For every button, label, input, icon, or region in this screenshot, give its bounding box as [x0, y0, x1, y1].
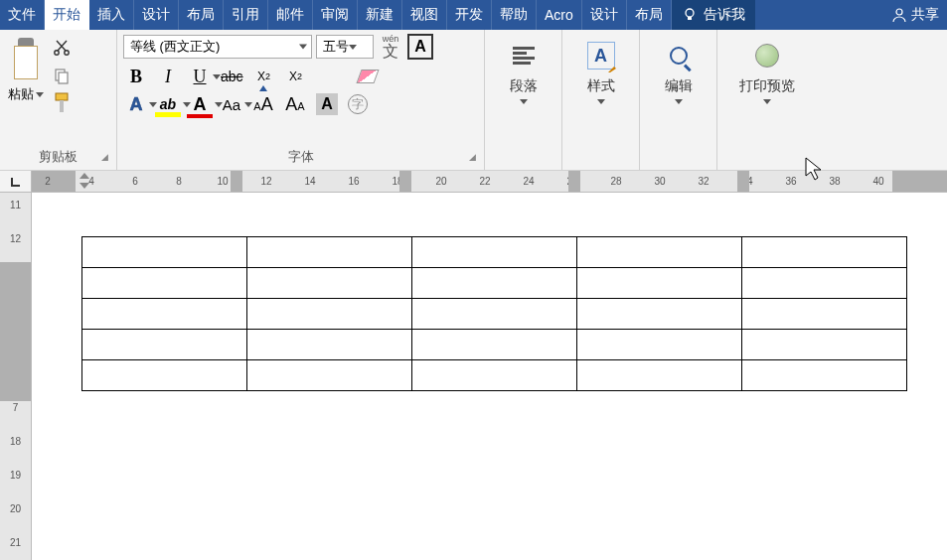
font-name-select[interactable]: 等线 (西文正文): [123, 35, 312, 59]
styles-icon: A: [585, 40, 617, 71]
document-area[interactable]: [32, 193, 947, 560]
ruler-v-tick: 12: [0, 230, 31, 246]
chevron-down-icon: [36, 92, 44, 97]
table-row[interactable]: [82, 237, 907, 268]
bold-button[interactable]: B: [125, 66, 147, 87]
table-cell[interactable]: [412, 299, 577, 330]
tab-new[interactable]: 新建: [358, 0, 402, 30]
table-cell[interactable]: [412, 360, 577, 391]
tab-table-design[interactable]: 设计: [582, 0, 627, 30]
enclose-char-button[interactable]: 字: [348, 94, 368, 114]
table-cell[interactable]: [742, 330, 907, 360]
change-case-button[interactable]: Aa: [221, 93, 242, 115]
svg-point-0: [686, 9, 694, 17]
editing-button[interactable]: 编辑: [665, 77, 693, 95]
superscript-button[interactable]: X2: [285, 66, 307, 87]
svg-point-2: [896, 9, 902, 15]
ruler-h-tick: 30: [650, 171, 670, 192]
copy-button[interactable]: [52, 66, 72, 85]
svg-rect-1: [688, 17, 692, 20]
table-cell[interactable]: [742, 268, 907, 299]
phonetic-guide-button[interactable]: wén 文: [378, 34, 403, 60]
table-row[interactable]: [82, 330, 907, 360]
paragraph-button[interactable]: 段落: [510, 77, 538, 95]
table-cell[interactable]: [412, 268, 577, 299]
tab-home[interactable]: 开始: [45, 0, 89, 30]
table-cell[interactable]: [577, 268, 742, 299]
tell-me[interactable]: 告诉我: [672, 0, 755, 30]
ruler-h-tick: 38: [825, 171, 845, 192]
tab-help[interactable]: 帮助: [492, 0, 537, 30]
cut-button[interactable]: [52, 38, 72, 58]
font-size-select[interactable]: 五号: [316, 35, 374, 59]
char-shading-button[interactable]: A: [316, 93, 338, 115]
page: [46, 193, 947, 560]
change-case-label: Aa: [223, 96, 240, 113]
tab-file[interactable]: 文件: [0, 0, 45, 30]
clipboard-group-label: 剪贴板: [39, 149, 78, 164]
subscript-button[interactable]: X2: [253, 66, 275, 87]
table-cell[interactable]: [82, 360, 247, 391]
chevron-down-icon[interactable]: [675, 99, 683, 104]
tab-mailings[interactable]: 邮件: [268, 0, 313, 30]
format-painter-button[interactable]: [52, 93, 72, 113]
tab-review[interactable]: 审阅: [313, 0, 358, 30]
tab-developer[interactable]: 开发: [447, 0, 492, 30]
highlight-button[interactable]: ab: [157, 93, 179, 115]
clear-formatting-button[interactable]: [357, 66, 379, 87]
char-border-button[interactable]: A: [407, 34, 433, 60]
table-cell[interactable]: [412, 330, 577, 360]
table-cell[interactable]: [247, 360, 412, 391]
chevron-down-icon[interactable]: [597, 99, 605, 104]
table-cell[interactable]: [247, 268, 412, 299]
table-cell[interactable]: [412, 237, 577, 268]
clipboard-launcher-icon[interactable]: ◢: [101, 152, 108, 162]
chevron-down-icon[interactable]: [763, 99, 771, 104]
table-cell[interactable]: [577, 237, 742, 268]
tab-acrobat[interactable]: Acro: [537, 0, 582, 30]
table-cell[interactable]: [742, 360, 907, 391]
italic-button[interactable]: I: [157, 66, 179, 87]
document-table[interactable]: [81, 236, 907, 391]
ruler-v-tick: 19: [0, 467, 31, 483]
tab-references[interactable]: 引用: [224, 0, 268, 30]
styles-button[interactable]: 样式: [587, 77, 615, 95]
table-cell[interactable]: [577, 360, 742, 391]
tab-design[interactable]: 设计: [134, 0, 179, 30]
table-cell[interactable]: [82, 268, 247, 299]
chevron-down-icon: [349, 45, 357, 50]
table-cell[interactable]: [247, 299, 412, 330]
paste-button[interactable]: 粘贴: [8, 85, 44, 103]
text-effects-button[interactable]: A: [125, 93, 147, 115]
chevron-down-icon[interactable]: [520, 99, 528, 104]
font-color-button[interactable]: A: [189, 93, 211, 115]
table-row[interactable]: [82, 360, 907, 391]
table-cell[interactable]: [82, 299, 247, 330]
ruler-vertical[interactable]: 11123456718192021: [0, 193, 32, 560]
ruler-horizontal[interactable]: 246810121416182022242628303234363840: [0, 171, 947, 193]
table-row[interactable]: [82, 299, 907, 330]
svg-rect-8: [60, 100, 64, 112]
table-cell[interactable]: [82, 237, 247, 268]
ruler-v-tick: 11: [0, 197, 31, 212]
grow-font-button[interactable]: AA: [252, 93, 274, 115]
table-cell[interactable]: [247, 237, 412, 268]
underline-button[interactable]: U: [189, 66, 211, 87]
table-cell[interactable]: [577, 330, 742, 360]
table-cell[interactable]: [742, 237, 907, 268]
table-cell[interactable]: [742, 299, 907, 330]
table-row[interactable]: [82, 268, 907, 299]
table-cell[interactable]: [577, 299, 742, 330]
font-launcher-icon[interactable]: ◢: [469, 152, 476, 162]
table-cell[interactable]: [247, 330, 412, 360]
tab-view[interactable]: 视图: [402, 0, 447, 30]
tab-insert[interactable]: 插入: [89, 0, 134, 30]
tab-selector[interactable]: [0, 171, 32, 192]
share-button[interactable]: 共享: [883, 0, 947, 30]
shrink-font-button[interactable]: AA: [284, 93, 306, 115]
tab-table-layout[interactable]: 布局: [627, 0, 672, 30]
tab-layout[interactable]: 布局: [179, 0, 224, 30]
table-cell[interactable]: [82, 330, 247, 360]
strikethrough-button[interactable]: abc: [221, 66, 243, 87]
print-preview-button[interactable]: 打印预览: [739, 77, 795, 95]
